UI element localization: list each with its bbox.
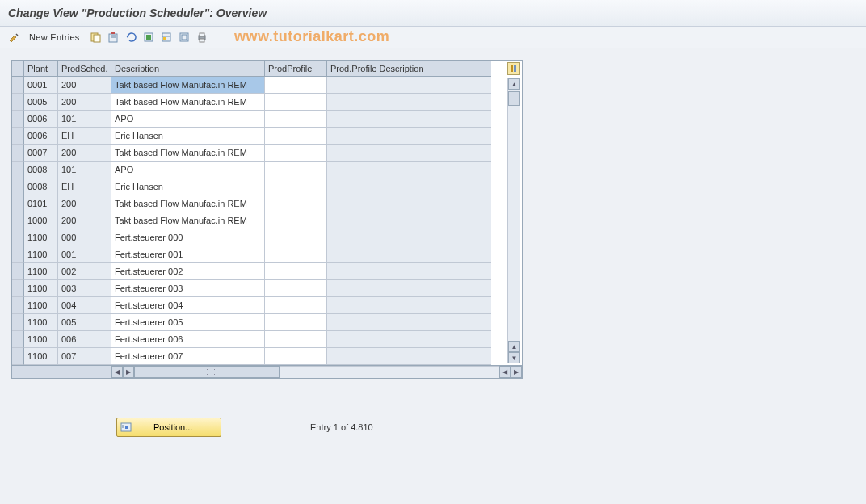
- col-header-plant[interactable]: Plant: [24, 61, 58, 77]
- cell-profdesc: [327, 331, 491, 348]
- row-selector[interactable]: [12, 145, 24, 162]
- svg-rect-7: [146, 35, 151, 40]
- cell-description[interactable]: APO: [111, 111, 265, 128]
- cell-prodprofile[interactable]: [265, 331, 327, 348]
- svg-rect-5: [111, 32, 115, 34]
- row-selector[interactable]: [12, 94, 24, 111]
- svg-rect-15: [200, 39, 204, 42]
- row-selector[interactable]: [12, 246, 24, 263]
- cell-description[interactable]: Fert.steuerer 002: [111, 263, 265, 280]
- cell-description[interactable]: Takt based Flow Manufac.in REM: [111, 94, 265, 111]
- cell-description[interactable]: Fert.steuerer 007: [111, 348, 265, 365]
- cell-profdesc: [327, 229, 491, 246]
- col-header-profdesc[interactable]: Prod.Profile Description: [327, 61, 491, 77]
- row-selector[interactable]: [12, 128, 24, 145]
- deselect-all-icon[interactable]: [177, 30, 191, 44]
- row-selector[interactable]: [12, 297, 24, 314]
- cell-prodprofile[interactable]: [265, 297, 327, 314]
- delete-icon[interactable]: [106, 30, 120, 44]
- row-selector[interactable]: [12, 195, 24, 212]
- entry-counter: Entry 1 of 4.810: [310, 422, 373, 432]
- cell-description[interactable]: Takt based Flow Manufac.in REM: [111, 145, 265, 162]
- cell-prodprofile[interactable]: [265, 128, 327, 145]
- cell-plant: 0005: [24, 94, 58, 111]
- cell-prodsched: 007: [58, 348, 111, 365]
- cell-profdesc: [327, 212, 491, 229]
- cell-description[interactable]: Fert.steuerer 000: [111, 229, 265, 246]
- cell-prodprofile[interactable]: [265, 94, 327, 111]
- select-block-icon[interactable]: [159, 30, 174, 44]
- col-header-prodprofile[interactable]: ProdProfile: [265, 61, 327, 77]
- scroll-right-icon[interactable]: ▶: [511, 366, 522, 378]
- svg-rect-16: [511, 65, 513, 72]
- cell-prodprofile[interactable]: [265, 111, 327, 128]
- row-selector[interactable]: [12, 314, 24, 331]
- cell-plant: 1100: [24, 263, 58, 280]
- cell-description[interactable]: Takt based Flow Manufac.in REM: [111, 195, 265, 212]
- vertical-scrollbar[interactable]: ▲ ▲ ▼: [507, 78, 520, 363]
- col-header-description[interactable]: Description: [111, 61, 265, 77]
- scroll-left-icon[interactable]: ◀: [111, 366, 123, 378]
- cell-prodprofile[interactable]: [265, 246, 327, 263]
- position-button[interactable]: Position...: [116, 418, 221, 437]
- scroll-up-icon[interactable]: ▲: [508, 78, 520, 90]
- table-config-icon[interactable]: [507, 62, 520, 75]
- toggle-display-change-icon[interactable]: [6, 30, 21, 44]
- scroll-right-step-icon[interactable]: ▶: [123, 366, 134, 378]
- new-entries-button[interactable]: New Entries: [24, 31, 85, 44]
- row-selector[interactable]: [12, 212, 24, 229]
- cell-prodsched: EH: [58, 128, 111, 145]
- row-selector[interactable]: [12, 178, 24, 195]
- scroll-thumb-horizontal[interactable]: ⋮⋮⋮: [134, 366, 280, 378]
- cell-plant: 1100: [24, 280, 58, 297]
- horizontal-scrollbar[interactable]: ◀ ▶ ⋮⋮⋮ ◀ ▶: [12, 365, 522, 378]
- cell-prodsched: 200: [58, 77, 111, 94]
- cell-profdesc: [327, 145, 491, 162]
- cell-prodprofile[interactable]: [265, 195, 327, 212]
- row-selector[interactable]: [12, 280, 24, 297]
- cell-description[interactable]: Fert.steuerer 006: [111, 331, 265, 348]
- cell-prodsched: 200: [58, 145, 111, 162]
- row-selector[interactable]: [12, 348, 24, 365]
- row-selector[interactable]: [12, 331, 24, 348]
- row-selector[interactable]: [12, 263, 24, 280]
- row-selector[interactable]: [12, 111, 24, 128]
- copy-as-icon[interactable]: [88, 30, 103, 44]
- select-all-icon[interactable]: [141, 30, 156, 44]
- cell-description[interactable]: APO: [111, 162, 265, 178]
- row-selector[interactable]: [12, 77, 24, 94]
- cell-prodprofile[interactable]: [265, 77, 327, 94]
- print-icon[interactable]: [195, 30, 209, 44]
- scroll-thumb-vertical[interactable]: [508, 91, 520, 106]
- col-header-prodsched[interactable]: ProdSched.: [58, 61, 111, 77]
- row-selector-header[interactable]: [12, 61, 24, 77]
- cell-prodprofile[interactable]: [265, 145, 327, 162]
- cell-prodprofile[interactable]: [265, 280, 327, 297]
- cell-description[interactable]: Takt based Flow Manufac.in REM: [111, 77, 265, 94]
- cell-description[interactable]: Fert.steuerer 003: [111, 280, 265, 297]
- data-table: Plant ProdSched. Description ProdProfile…: [11, 60, 523, 379]
- scroll-left-end-icon[interactable]: ◀: [499, 366, 511, 378]
- cell-prodprofile[interactable]: [265, 162, 327, 178]
- cell-prodprofile[interactable]: [265, 229, 327, 246]
- cell-prodprofile[interactable]: [265, 263, 327, 280]
- cell-description[interactable]: Fert.steuerer 004: [111, 297, 265, 314]
- undo-change-icon[interactable]: [124, 30, 138, 44]
- row-selector[interactable]: [12, 229, 24, 246]
- cell-description[interactable]: Fert.steuerer 001: [111, 246, 265, 263]
- cell-prodprofile[interactable]: [265, 314, 327, 331]
- cell-prodprofile[interactable]: [265, 212, 327, 229]
- scroll-up-page-icon[interactable]: ▲: [508, 341, 520, 352]
- cell-profdesc: [327, 178, 491, 195]
- scroll-down-icon[interactable]: ▼: [508, 352, 520, 363]
- cell-profdesc: [327, 111, 491, 128]
- cell-description[interactable]: Eric Hansen: [111, 128, 265, 145]
- svg-rect-10: [163, 37, 166, 40]
- row-selector[interactable]: [12, 162, 24, 178]
- cell-prodprofile[interactable]: [265, 178, 327, 195]
- cell-description[interactable]: Takt based Flow Manufac.in REM: [111, 212, 265, 229]
- cell-description[interactable]: Fert.steuerer 005: [111, 314, 265, 331]
- cell-prodprofile[interactable]: [265, 348, 327, 365]
- cell-description[interactable]: Eric Hansen: [111, 178, 265, 195]
- cell-prodsched: 101: [58, 111, 111, 128]
